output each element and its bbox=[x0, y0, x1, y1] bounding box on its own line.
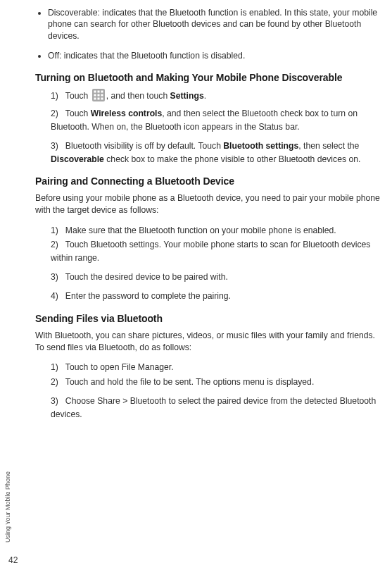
step-text: Make sure that the Bluetooth function on… bbox=[65, 225, 336, 235]
step-text: , then select the bbox=[298, 141, 359, 151]
step-text: Enter the password to complete the pairi… bbox=[65, 291, 231, 301]
steps-sending: 1)Touch to open File Manager. 2)Touch an… bbox=[35, 361, 385, 421]
settings-label: Settings bbox=[170, 91, 204, 101]
svg-rect-6 bbox=[101, 94, 103, 96]
svg-rect-8 bbox=[97, 97, 99, 99]
step-item: 3)Choose Share > Bluetooth to select the… bbox=[51, 395, 385, 421]
step-number: 2) bbox=[51, 107, 58, 120]
svg-rect-9 bbox=[101, 97, 103, 99]
step-number: 1) bbox=[51, 361, 58, 374]
step-item: 1)Make sure that the Bluetooth function … bbox=[51, 224, 385, 237]
step-text: Touch the desired device to be paired wi… bbox=[65, 272, 228, 282]
step-text: Touch Bluetooth settings. Your mobile ph… bbox=[51, 240, 370, 263]
svg-rect-2 bbox=[97, 90, 99, 92]
heading-turning-on-bluetooth: Turning on Bluetooth and Making Your Mob… bbox=[35, 72, 385, 83]
step-number: 3) bbox=[51, 271, 58, 284]
step-text: Touch bbox=[65, 109, 91, 118]
step-item: 4)Enter the password to complete the pai… bbox=[51, 290, 385, 303]
svg-rect-1 bbox=[94, 90, 96, 92]
svg-rect-4 bbox=[94, 94, 96, 96]
step-item: 2)Touch and hold the file to be sent. Th… bbox=[51, 376, 385, 389]
step-text: check box to make the phone visible to o… bbox=[104, 154, 361, 164]
bluetooth-state-list: Discoverable: indicates that the Bluetoo… bbox=[35, 7, 385, 62]
pairing-intro: Before using your mobile phone as a Blue… bbox=[35, 192, 385, 216]
side-caption: Using Your Mobile Phone bbox=[4, 471, 11, 543]
heading-pairing-connecting: Pairing and Connecting a Bluetooth Devic… bbox=[35, 175, 385, 187]
step-item: 1)Touch , and then touch Settings. bbox=[51, 89, 385, 106]
step-number: 3) bbox=[51, 395, 58, 408]
discoverable-label: Discoverable bbox=[51, 154, 104, 164]
wireless-controls-label: Wireless controls bbox=[91, 109, 163, 118]
svg-rect-7 bbox=[94, 97, 96, 99]
step-number: 3) bbox=[51, 140, 58, 153]
step-item: 2)Touch Bluetooth settings. Your mobile … bbox=[51, 238, 385, 265]
steps-pairing: 1)Make sure that the Bluetooth function … bbox=[35, 224, 385, 304]
step-item: 2)Touch Wireless controls, and then sele… bbox=[51, 107, 385, 134]
step-item: 3)Bluetooth visibility is off by default… bbox=[51, 140, 385, 166]
step-text: Touch to open File Manager. bbox=[65, 362, 174, 372]
step-number: 1) bbox=[51, 224, 58, 237]
step-number: 2) bbox=[51, 238, 58, 252]
state-off: Off: indicates that the Bluetooth functi… bbox=[48, 50, 385, 61]
step-text: Bluetooth visibility is off by default. … bbox=[65, 141, 223, 151]
heading-sending-files: Sending Files via Bluetooth bbox=[35, 313, 385, 324]
step-number: 4) bbox=[51, 290, 58, 303]
state-discoverable: Discoverable: indicates that the Bluetoo… bbox=[48, 7, 385, 42]
apps-grid-icon bbox=[92, 89, 105, 106]
step-text: Touch bbox=[65, 91, 91, 101]
step-number: 1) bbox=[51, 89, 58, 103]
step-number: 2) bbox=[51, 376, 58, 389]
step-text: . bbox=[204, 91, 206, 101]
svg-rect-5 bbox=[97, 94, 99, 96]
step-item: 3)Touch the desired device to be paired … bbox=[51, 271, 385, 284]
bluetooth-settings-label: Bluetooth settings bbox=[223, 141, 298, 151]
manual-page: Discoverable: indicates that the Bluetoo… bbox=[0, 0, 392, 434]
svg-rect-3 bbox=[101, 90, 103, 92]
page-number: 42 bbox=[8, 555, 18, 565]
steps-turning-on: 1)Touch , and then touch Settings. 2)Tou… bbox=[35, 89, 385, 166]
step-text: Touch and hold the file to be sent. The … bbox=[65, 377, 314, 387]
step-text: Choose Share > Bluetooth to select the p… bbox=[51, 396, 376, 419]
step-item: 1)Touch to open File Manager. bbox=[51, 361, 385, 374]
sending-intro: With Bluetooth, you can share pictures, … bbox=[35, 330, 385, 354]
step-text: , and then touch bbox=[106, 91, 170, 101]
